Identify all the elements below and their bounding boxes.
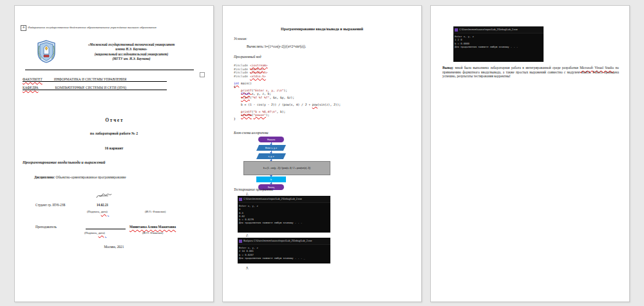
university-name-line: имени Н.Э. Баумана» <box>59 47 204 52</box>
console-title: C:\Users\mrmrm\source\repos\Lab_2\Debug\… <box>459 28 518 31</box>
student-label: Студент гр. ИУ6-23Б <box>35 203 65 207</box>
university-name-block: «Московский государственный технический … <box>59 43 204 62</box>
conclusion-highlight: Microsoft Visual Studio <box>580 66 614 70</box>
console-output: Enter x, y, z30.30.02b = 0.0279Для продо… <box>238 203 330 226</box>
code-token: "Enter x, y, z\n" <box>253 89 283 92</box>
faculty-label: ФАКУЛЬТЕТ <box>23 77 43 81</box>
teacher-name: Минитаева Алина Мажитовна <box>129 225 176 229</box>
console-title-bar[interactable]: C:\Users\mrmrm\source\repos\Lab_2\Debug\… <box>238 196 330 203</box>
console-screenshot-1: C:\Users\mrmrm\source\repos\Lab_2\Debug\… <box>238 196 330 233</box>
code-token: #include <box>234 71 250 74</box>
code-token: b = (1 - cos(y - 2)) / (pow(x, 4) / 2 + <box>234 103 312 106</box>
code-token: printf <box>241 89 252 92</box>
signature-caption-text: (Подпись, <box>84 231 99 234</box>
signature-caption-text: (Подпись, <box>87 210 101 213</box>
empty-checkbox-mark[interactable] <box>200 72 205 77</box>
list-number-2: 2. <box>246 233 249 237</box>
console-title: C:\Users\mrmrm\source\repos\Lab_2\Debug\… <box>243 198 302 200</box>
document-page-3[interactable]: C:\Users\mrmrm\source\repos\Lab_2\Debug\… <box>430 5 630 302</box>
flowchart-output-node[interactable]: b <box>256 177 286 182</box>
variant-label: 16 вариант <box>15 146 213 150</box>
grammar-squiggle <box>108 210 109 213</box>
signature-date: 14.02.21 <box>97 203 108 207</box>
code-token <box>234 110 241 113</box>
testing-label: Тестирование программы <box>234 187 273 191</box>
code-token: scanf <box>241 96 250 99</box>
department-value: КОМПЬЮТЕРНЫЕ СИСТЕМЫ И СЕТИ (ИУ6) <box>55 86 127 90</box>
console-icon <box>239 198 242 201</box>
conclusion-paragraph: Вывод: мной была выполнена лабораторная … <box>442 66 619 79</box>
code-token: printf <box>241 110 252 113</box>
console-line: Для продолжения нажмите любую клавишу . … <box>239 221 329 224</box>
grammar-squiggle <box>105 231 106 234</box>
discipline-value: Объектно-ориентированное программировани… <box>55 175 126 179</box>
flowchart-process-node[interactable]: b = (1 - cos(y - 2)) / (pow(x, 4) / 2 + … <box>243 161 330 175</box>
teacher-name-caption: (И.О. Фамилия) <box>142 231 163 234</box>
code-token: float <box>241 92 250 95</box>
university-name-line: «Московский государственный технический … <box>59 43 204 47</box>
flowchart-label: Блок-схема алгоритма <box>234 131 268 135</box>
object-anchor-icon[interactable]: ✛ <box>21 25 26 31</box>
code-token: "b = %6.4f\n" <box>253 110 276 113</box>
code-token: #include <box>234 75 250 78</box>
faculty-row: ФАКУЛЬТЕТИНФОРМАТИКА И СИСТЕМЫ УПРАВЛЕНИ… <box>23 77 167 82</box>
discipline-row: Дисциплина: Объектно-ориентированное про… <box>34 175 126 179</box>
report-title: О т ч е т <box>15 118 213 123</box>
student-signature <box>95 191 112 200</box>
teacher-signature-caption: (Подпись, дата) <box>84 231 106 234</box>
code-token: { <box>234 85 236 88</box>
faculty-value: ИНФОРМАТИКА И СИСТЕМЫ УПРАВЛЕНИЯ <box>54 77 127 81</box>
code-token: } <box>234 117 236 120</box>
code-token <box>234 113 241 117</box>
page2-title: Программирование ввода/вывода и выражени… <box>223 27 421 31</box>
code-token: , b); <box>276 110 285 113</box>
code-token: <iostream> <box>250 64 268 67</box>
header-divider <box>25 70 194 70</box>
teacher-label: Преподаватель <box>35 225 57 229</box>
code-token: #include <box>234 68 250 71</box>
document-page-2[interactable]: Программирование ввода/вывода и выражени… <box>222 5 422 302</box>
console-title-bar[interactable]: Выбрать C:\Users\mrmrm\source\repos\Lab_… <box>238 238 330 245</box>
department-label: КАФЕДРА <box>23 86 39 90</box>
code-token: pow <box>312 103 317 106</box>
code-token <box>234 92 241 95</box>
university-emblem-logo <box>36 40 57 63</box>
code-section-label: Программный код <box>234 55 261 59</box>
console-screenshot-2: Выбрать C:\Users\mrmrm\source\repos\Lab_… <box>238 238 330 263</box>
console-icon <box>239 240 242 243</box>
flowchart-io-node-input[interactable]: x, y, z <box>256 153 286 159</box>
teacher-signature-line <box>86 229 126 229</box>
code-token: <locale.h> <box>250 71 268 74</box>
code-token <box>234 89 241 92</box>
console-title-bar[interactable]: C:\Users\mrmrm\source\repos\Lab_2\Debug\… <box>453 26 544 33</box>
console-title: Выбрать C:\Users\mrmrm\source\repos\Lab_… <box>243 240 312 242</box>
list-number-3: 3. <box>246 266 249 270</box>
console-icon <box>455 28 458 32</box>
code-token: main() <box>239 82 251 85</box>
discipline-label: Дисциплина: <box>34 175 55 179</box>
student-name-caption: (И.О. Фамилия) <box>145 210 166 213</box>
conclusion-text: : мной была выполнена лабораторная работ… <box>453 66 580 70</box>
flowchart-io-node-prompt[interactable]: Enter x, y, z <box>256 145 286 151</box>
signature-caption: (Подпись, дата) <box>87 210 109 213</box>
university-name-line: (МГТУ им. Н.Э. Баумана) <box>59 57 204 61</box>
flowchart-start-node[interactable]: Начало <box>258 137 284 142</box>
report-subtitle: по лабораторной работе № 2 <box>15 131 213 135</box>
console-output: Enter x, y, z1 2 0b = 0.0000Для продолже… <box>453 33 544 50</box>
org-header-line: Федеральное государственное бюджетное об… <box>28 26 156 29</box>
console-line: Для продолжения нажмите любую клавишу . … <box>455 45 542 48</box>
code-token: #include <box>234 64 250 67</box>
code-token: <stdio.h> <box>250 75 266 78</box>
document-page-1[interactable]: ✛ Федеральное государственное бюджетное … <box>14 5 214 302</box>
code-token: ); <box>266 113 270 117</box>
code-token: (sin(z), 2)); <box>317 103 341 106</box>
formula-text: Вычислить: b=(1+cos(y-2))/(x⁴/2+sin²(z))… <box>247 44 306 48</box>
console-screenshot-3: C:\Users\mrmrm\source\repos\Lab_2\Debug\… <box>453 26 544 62</box>
conditions-label: Условия: <box>234 37 247 41</box>
code-token: x, y, z, b; <box>250 92 271 95</box>
code-token: ); <box>284 89 288 92</box>
conclusion-label: Вывод <box>442 66 453 70</box>
university-name-line: (национальный исследовательский универси… <box>59 52 204 57</box>
code-token: "pause" <box>253 113 265 117</box>
source-code-block: #include <iostream>#include <math.h>#inc… <box>234 64 341 120</box>
